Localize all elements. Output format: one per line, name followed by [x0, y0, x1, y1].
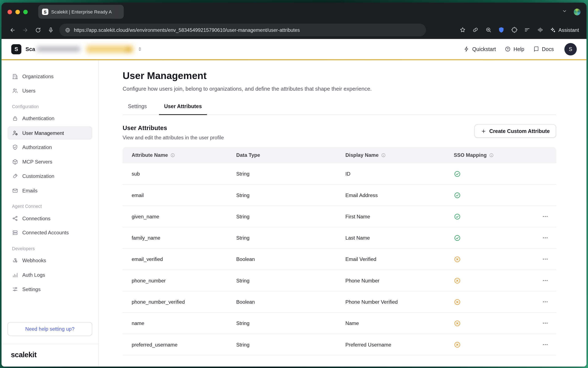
webhook-icon: [12, 257, 18, 263]
address-bar[interactable]: https://app.scalekit.cloud/ws/environmen…: [59, 24, 426, 36]
display-name-cell: Last Name: [337, 235, 445, 241]
sso-unmapped-x-icon: [454, 298, 461, 305]
sidebar-section-label: Agent Connect: [8, 204, 92, 209]
sidebar-item-auth-logs[interactable]: Auth Logs: [8, 268, 92, 282]
workspace-name: Sca: [26, 46, 35, 52]
info-icon[interactable]: [489, 153, 494, 158]
row-actions-cell: [511, 256, 556, 263]
sso-mapping-cell: [445, 213, 511, 220]
extensions-puzzle-icon[interactable]: [511, 27, 518, 33]
browser-window: S Scalekit | Enterprise Ready A https://…: [1, 2, 587, 367]
back-icon[interactable]: [6, 24, 19, 36]
sidebar-item-connected-accounts[interactable]: Connected Accounts: [8, 226, 92, 239]
microphone-icon[interactable]: [44, 24, 57, 36]
scalekit-logo: S: [11, 44, 21, 54]
sidebar-item-connections[interactable]: Connections: [8, 212, 92, 225]
sidebar-item-user-management[interactable]: User Management: [8, 126, 92, 140]
sidebar-item-users[interactable]: Users: [8, 84, 92, 98]
lock-icon: [12, 116, 18, 122]
sidebar-item-customization[interactable]: Customization: [8, 169, 92, 183]
adblock-shield-icon[interactable]: [498, 27, 505, 33]
attributes-table: Attribute Name Data Type Display Name SS…: [123, 147, 556, 355]
row-actions-cell: [511, 234, 556, 241]
docs-button[interactable]: Docs: [533, 46, 554, 52]
search-lens-icon[interactable]: [485, 27, 492, 33]
scalekit-wordmark: scalekit: [11, 350, 37, 359]
sso-unmapped-x-icon: [454, 341, 461, 348]
attribute-name-cell: sub: [123, 171, 227, 177]
row-actions-cell: [511, 298, 556, 305]
attribute-name-cell: email: [123, 192, 227, 198]
sso-mapped-check-icon: [454, 234, 461, 241]
reload-icon[interactable]: [31, 24, 44, 36]
info-icon[interactable]: [381, 153, 386, 158]
waveform-icon[interactable]: [537, 27, 543, 33]
sidebar-item-label: Emails: [22, 188, 38, 193]
tab-user-attributes[interactable]: User Attributes: [163, 100, 203, 115]
sso-mapped-check-icon: [454, 213, 461, 220]
sidebar-item-organizations[interactable]: Organizations: [8, 70, 92, 83]
create-custom-attribute-button[interactable]: Create Custom Attribute: [474, 124, 556, 138]
switcher-chevrons-icon[interactable]: [137, 46, 143, 52]
browser-tab[interactable]: S Scalekit | Enterprise Ready A: [38, 5, 124, 19]
browser-profile-icon[interactable]: [574, 9, 580, 15]
sidebar-item-emails[interactable]: Emails: [8, 184, 92, 197]
display-name-cell: ID: [337, 171, 445, 177]
user-avatar[interactable]: S: [564, 43, 577, 55]
row-menu-ellipsis-icon[interactable]: [542, 277, 549, 284]
section-title: User Attributes: [123, 124, 224, 131]
assistant-button[interactable]: Assistant: [550, 27, 579, 33]
sidebar-item-label: Webhooks: [22, 258, 46, 263]
row-menu-ellipsis-icon[interactable]: [542, 256, 549, 263]
display-name-cell: Email Address: [337, 192, 445, 198]
sidebar-item-label: User Management: [22, 130, 64, 136]
sso-unmapped-x-icon: [454, 277, 461, 284]
bookmark-star-icon[interactable]: [459, 27, 466, 33]
close-window-button[interactable]: [8, 9, 12, 14]
attribute-name-cell: family_name: [123, 235, 227, 241]
window-controls: [8, 9, 28, 14]
sidebar-item-label: MCP Servers: [22, 159, 52, 165]
info-icon[interactable]: [170, 153, 175, 158]
sidebar-nav: OrganizationsUsersConfigurationAuthentic…: [1, 70, 98, 297]
minimize-window-button[interactable]: [15, 9, 20, 14]
share-icon: [12, 215, 18, 221]
row-menu-ellipsis-icon[interactable]: [542, 213, 549, 220]
sliders-icon: [12, 286, 18, 292]
data-type-cell: Boolean: [227, 256, 337, 262]
zoom-window-button[interactable]: [23, 9, 28, 14]
tab-strip: S Scalekit | Enterprise Ready A: [1, 2, 587, 21]
site-info-icon[interactable]: [65, 27, 70, 33]
sidebar-item-mcp-servers[interactable]: MCP Servers: [8, 155, 92, 169]
sidebar-section-label: Configuration: [8, 104, 92, 109]
row-menu-ellipsis-icon[interactable]: [542, 320, 549, 326]
sidebar-item-authorization[interactable]: Authorization: [8, 141, 92, 154]
sidebar-item-authentication[interactable]: Authentication: [8, 112, 92, 125]
reading-list-icon[interactable]: [524, 27, 530, 33]
table-header-row: Attribute Name Data Type Display Name SS…: [123, 147, 556, 163]
sidebar-item-label: Connected Accounts: [22, 230, 69, 236]
copy-link-icon[interactable]: [472, 27, 479, 33]
row-actions-cell: [511, 277, 556, 284]
row-menu-ellipsis-icon[interactable]: [542, 341, 549, 348]
need-help-button[interactable]: Need help setting up?: [8, 322, 92, 336]
users-icon: [12, 88, 18, 94]
sidebar-item-webhooks[interactable]: Webhooks: [8, 254, 92, 267]
sidebar-item-settings[interactable]: Settings: [8, 283, 92, 296]
table-row: phone_numberStringPhone Number: [123, 270, 556, 291]
help-button[interactable]: Help: [505, 46, 524, 52]
tab-settings[interactable]: Settings: [127, 100, 148, 115]
display-name-cell: First Name: [337, 214, 445, 219]
sidebar-item-label: Authentication: [22, 116, 54, 121]
display-name-cell: Preferred Username: [337, 342, 445, 347]
row-menu-ellipsis-icon[interactable]: [542, 298, 549, 305]
col-data-type: Data Type: [236, 152, 260, 158]
quickstart-button[interactable]: Quickstart: [464, 46, 496, 52]
tab-search-chevron-icon[interactable]: [562, 8, 568, 15]
sso-mapping-cell: [445, 256, 511, 263]
col-display-name: Display Name: [345, 152, 378, 158]
forward-icon[interactable]: [19, 24, 31, 36]
workspace-switcher[interactable]: S Sca: [11, 44, 143, 54]
row-menu-ellipsis-icon[interactable]: [542, 234, 549, 241]
environment-badge-redacted: [86, 45, 133, 53]
